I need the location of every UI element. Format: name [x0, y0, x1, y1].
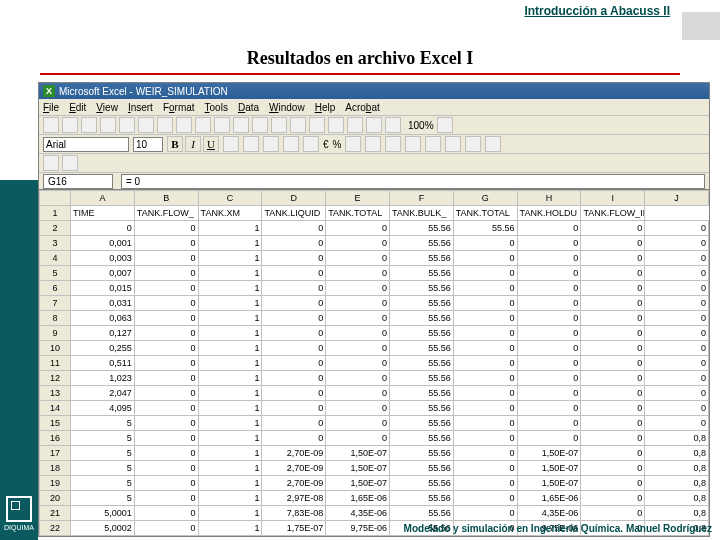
cell[interactable]: 0 [645, 251, 709, 266]
cell[interactable]: 0 [645, 371, 709, 386]
cell[interactable]: 0 [453, 281, 517, 296]
currency-icon[interactable] [303, 136, 319, 152]
row-header[interactable]: 6 [40, 281, 71, 296]
cell[interactable]: 1,50E-07 [326, 461, 390, 476]
menu-window[interactable]: Window [269, 102, 305, 113]
cell[interactable]: 0 [517, 266, 581, 281]
cell[interactable]: 0 [262, 401, 326, 416]
cell[interactable]: 0 [581, 311, 645, 326]
cell[interactable]: 0 [134, 371, 198, 386]
row-header[interactable]: 5 [40, 266, 71, 281]
cut-icon[interactable] [157, 117, 173, 133]
cell[interactable]: 0 [581, 236, 645, 251]
cell[interactable]: 2,047 [71, 386, 135, 401]
cell[interactable]: 0 [453, 386, 517, 401]
chart-icon[interactable] [347, 117, 363, 133]
dec-indent-icon[interactable] [405, 136, 421, 152]
cell[interactable]: 1 [198, 506, 262, 521]
row-header[interactable]: 12 [40, 371, 71, 386]
cell[interactable]: 0 [262, 416, 326, 431]
cell[interactable]: 1 [198, 341, 262, 356]
fill-color-icon[interactable] [465, 136, 481, 152]
cell[interactable]: 55.56 [389, 281, 453, 296]
cell[interactable]: 0 [262, 236, 326, 251]
align-right-icon[interactable] [263, 136, 279, 152]
cell[interactable]: 0 [326, 386, 390, 401]
cell[interactable]: 0 [262, 431, 326, 446]
cell[interactable]: 0 [134, 401, 198, 416]
cell[interactable]: 0,8 [645, 491, 709, 506]
bold-button[interactable]: B [167, 136, 183, 152]
row-header[interactable]: 3 [40, 236, 71, 251]
cell[interactable]: 0 [326, 296, 390, 311]
cell[interactable]: 1 [198, 386, 262, 401]
cell[interactable]: 0 [453, 326, 517, 341]
cell[interactable]: 0 [134, 476, 198, 491]
cell[interactable]: 0 [262, 341, 326, 356]
cell[interactable]: 0 [517, 431, 581, 446]
inc-decimal-icon[interactable] [365, 136, 381, 152]
cell[interactable]: 0,255 [71, 341, 135, 356]
cell[interactable]: 0 [262, 296, 326, 311]
cell[interactable]: 55.56 [389, 476, 453, 491]
zoom-box[interactable]: 100% [408, 120, 434, 131]
cell[interactable]: 55.56 [453, 221, 517, 236]
cell[interactable]: 0 [453, 461, 517, 476]
cell[interactable]: 0,031 [71, 296, 135, 311]
sort-az-icon[interactable] [309, 117, 325, 133]
cell[interactable]: 0 [134, 281, 198, 296]
cell[interactable]: 0 [581, 371, 645, 386]
spreadsheet-grid[interactable]: ABCDEFGHIJ1TIMETANK.FLOW_TANK.XMTANK.LIQ… [39, 190, 709, 536]
cell[interactable]: 5 [71, 416, 135, 431]
cell[interactable]: 2,70E-09 [262, 461, 326, 476]
cell[interactable]: 0 [581, 326, 645, 341]
cell[interactable]: 0 [645, 356, 709, 371]
row-header[interactable]: 18 [40, 461, 71, 476]
menu-help[interactable]: Help [315, 102, 336, 113]
col-header[interactable]: E [326, 191, 390, 206]
header-cell[interactable]: TANK.FLOW_IN Kmol/s [581, 206, 645, 221]
cell[interactable]: 0 [517, 386, 581, 401]
cell[interactable]: 0 [326, 356, 390, 371]
cell[interactable]: 1 [198, 401, 262, 416]
cell[interactable]: 0 [262, 311, 326, 326]
col-header[interactable]: H [517, 191, 581, 206]
cell[interactable]: 55.56 [389, 266, 453, 281]
cell[interactable]: 1,50E-07 [326, 476, 390, 491]
row-header[interactable]: 4 [40, 251, 71, 266]
cell[interactable]: 1,65E-06 [517, 491, 581, 506]
row-header[interactable]: 8 [40, 311, 71, 326]
row-header[interactable]: 11 [40, 356, 71, 371]
cell[interactable]: 0 [453, 236, 517, 251]
cell[interactable]: 55.56 [389, 431, 453, 446]
cell[interactable]: 55.56 [389, 371, 453, 386]
menu-bar[interactable]: File Edit View Insert Format Tools Data … [39, 99, 709, 116]
cell[interactable]: 0 [326, 401, 390, 416]
cell[interactable]: 55.56 [389, 491, 453, 506]
cell[interactable]: 0 [134, 446, 198, 461]
col-header[interactable]: I [581, 191, 645, 206]
cell[interactable]: 0 [517, 416, 581, 431]
cell[interactable]: 0,007 [71, 266, 135, 281]
cell[interactable]: 0 [262, 266, 326, 281]
cell[interactable]: 0 [517, 281, 581, 296]
cell[interactable]: 0 [134, 491, 198, 506]
cell[interactable]: 0 [134, 461, 198, 476]
cell[interactable]: 0 [453, 371, 517, 386]
row-header[interactable]: 17 [40, 446, 71, 461]
cell[interactable]: 9,75E-06 [326, 521, 390, 536]
row-header[interactable]: 13 [40, 386, 71, 401]
cell[interactable]: 0 [134, 251, 198, 266]
euro-icon[interactable]: € [323, 139, 329, 150]
cell[interactable]: 0 [645, 386, 709, 401]
cell[interactable]: 0 [326, 326, 390, 341]
cell[interactable]: 0 [326, 371, 390, 386]
cell[interactable]: 0 [262, 371, 326, 386]
row-header[interactable]: 15 [40, 416, 71, 431]
cell[interactable]: 0 [645, 416, 709, 431]
menu-acrobat[interactable]: Acrobat [345, 102, 379, 113]
cell[interactable]: 5 [71, 431, 135, 446]
cell[interactable]: 0 [581, 401, 645, 416]
preview-icon[interactable] [119, 117, 135, 133]
cell[interactable]: 0 [581, 431, 645, 446]
